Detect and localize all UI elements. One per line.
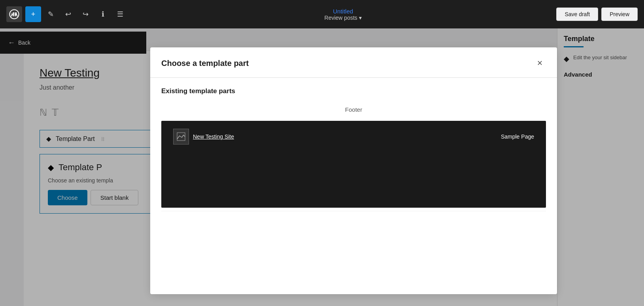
footer-site-name: New Testing Site (193, 133, 234, 140)
footer-logo-area: New Testing Site (173, 129, 234, 145)
post-type: Review posts ▾ (325, 15, 362, 21)
modal-dialog: Choose a template part ✕ Existing templa… (150, 47, 557, 294)
modal-title: Choose a template part (161, 59, 249, 68)
preview-button[interactable]: Preview (601, 8, 638, 21)
modal-close-button[interactable]: ✕ (533, 57, 546, 69)
toolbar-right: Save draft Preview (556, 8, 638, 21)
footer-nav-link: Sample Page (501, 133, 534, 140)
footer-template-item[interactable]: Footer New Testing Site Sample Page (161, 103, 546, 211)
wp-logo[interactable] (6, 6, 22, 22)
edit-button[interactable]: ✎ (43, 6, 59, 22)
add-block-button[interactable]: + (25, 6, 41, 22)
redo-button[interactable]: ↪ (77, 6, 93, 22)
list-view-button[interactable]: ☰ (112, 6, 128, 22)
modal-header: Choose a template part ✕ (150, 47, 557, 78)
modal-section-title: Existing template parts (161, 87, 546, 95)
info-button[interactable]: ℹ (95, 6, 111, 22)
post-title: Untitled (333, 8, 353, 15)
footer-item-label: Footer (161, 103, 546, 116)
modal-body: Existing template parts Footer New Testi… (150, 78, 557, 294)
toolbar-center: Untitled Review posts ▾ (130, 8, 556, 21)
top-toolbar: + ✎ ↩ ↪ ℹ ☰ Untitled Review posts ▾ Save… (0, 0, 644, 28)
footer-preview-inner: New Testing Site Sample Page (173, 129, 534, 145)
save-draft-button[interactable]: Save draft (556, 8, 598, 21)
footer-preview: New Testing Site Sample Page (161, 121, 546, 208)
footer-logo-image (173, 129, 189, 145)
undo-button[interactable]: ↩ (60, 6, 76, 22)
